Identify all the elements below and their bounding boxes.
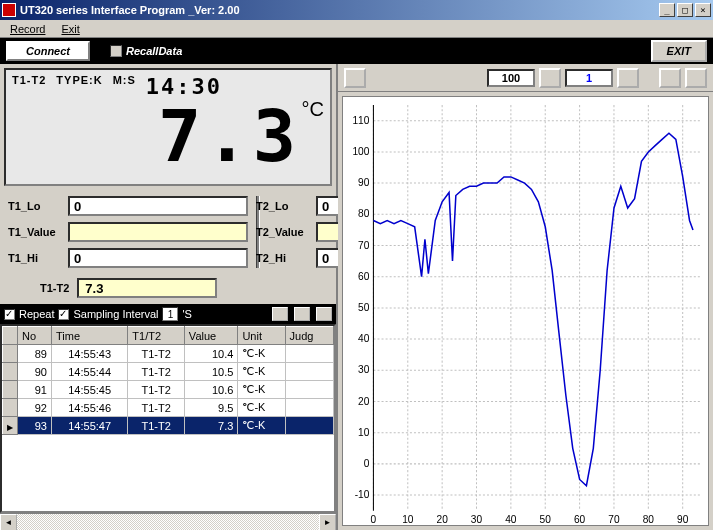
column-header[interactable]: Time bbox=[51, 327, 127, 345]
chart-save-icon[interactable] bbox=[685, 68, 707, 88]
diff-value-input[interactable] bbox=[77, 278, 217, 298]
table-row[interactable]: 8914:55:43T1-T210.4℃-K bbox=[3, 345, 334, 363]
connect-button[interactable]: Connect bbox=[6, 41, 90, 61]
svg-text:100: 100 bbox=[352, 146, 369, 157]
table-row[interactable]: 9214:55:46T1-T29.5℃-K bbox=[3, 399, 334, 417]
scroll-left-icon[interactable]: ◄ bbox=[0, 514, 17, 530]
app-icon bbox=[2, 3, 16, 17]
data-table-container: NoTimeT1/T2ValueUnitJudg 8914:55:43T1-T2… bbox=[0, 324, 336, 513]
scroll-right-icon[interactable]: ► bbox=[319, 514, 336, 530]
t1-lo-input[interactable] bbox=[68, 196, 248, 216]
svg-text:70: 70 bbox=[608, 514, 620, 525]
data-table: NoTimeT1/T2ValueUnitJudg 8914:55:43T1-T2… bbox=[2, 326, 334, 435]
svg-text:40: 40 bbox=[358, 333, 370, 344]
lcd-unit: °C bbox=[302, 98, 324, 121]
svg-text:50: 50 bbox=[358, 302, 370, 313]
sampling-unit: 'S bbox=[182, 308, 191, 320]
svg-text:30: 30 bbox=[471, 514, 483, 525]
chart-tool-icon[interactable] bbox=[344, 68, 366, 88]
chart-btn-2[interactable] bbox=[617, 68, 639, 88]
lcd-type: TYPE:K bbox=[56, 74, 102, 99]
svg-text:-10: -10 bbox=[355, 489, 370, 500]
right-panel: 100 1 -100102030405060708090100110010203… bbox=[338, 64, 713, 530]
chart-area: -100102030405060708090100110010203040506… bbox=[342, 96, 709, 526]
svg-text:10: 10 bbox=[402, 514, 414, 525]
t1-hi-input[interactable] bbox=[68, 248, 248, 268]
svg-text:110: 110 bbox=[352, 115, 369, 126]
menu-record[interactable]: Record bbox=[10, 23, 45, 35]
chart-toolbar: 100 1 bbox=[338, 64, 713, 92]
svg-text:80: 80 bbox=[358, 208, 370, 219]
t1-value-label: T1_Value bbox=[8, 226, 64, 238]
exit-button[interactable]: EXIT bbox=[651, 40, 707, 62]
svg-text:20: 20 bbox=[437, 514, 449, 525]
chart-btn-1[interactable] bbox=[539, 68, 561, 88]
lcd-display: T1-T2 TYPE:K M:S 14:30 7.3 °C bbox=[4, 68, 332, 186]
svg-text:0: 0 bbox=[364, 458, 370, 469]
svg-text:30: 30 bbox=[358, 364, 370, 375]
recall-data-toggle[interactable]: RecallData bbox=[110, 45, 182, 57]
t2-hi-label: T2_Hi bbox=[256, 252, 312, 264]
tool-icon-1[interactable] bbox=[272, 307, 288, 321]
lcd-value: 7.3 bbox=[158, 100, 300, 172]
maximize-button[interactable]: □ bbox=[677, 3, 693, 17]
print-icon[interactable] bbox=[316, 307, 332, 321]
left-panel: T1-T2 TYPE:K M:S 14:30 7.3 °C T1_Lo T1_V… bbox=[0, 64, 338, 530]
repeat-checkbox[interactable] bbox=[4, 309, 15, 320]
menu-exit[interactable]: Exit bbox=[61, 23, 79, 35]
column-header[interactable]: Unit bbox=[238, 327, 285, 345]
svg-text:90: 90 bbox=[677, 514, 689, 525]
svg-text:10: 10 bbox=[358, 427, 370, 438]
sampling-bar: Repeat Sampling Interval 'S bbox=[0, 304, 336, 324]
sampling-checkbox[interactable] bbox=[58, 309, 69, 320]
sampling-label: Sampling Interval bbox=[73, 308, 158, 320]
recall-checkbox-icon bbox=[110, 45, 122, 57]
main-toolbar: Connect RecallData EXIT bbox=[0, 38, 713, 64]
t1-hi-label: T1_Hi bbox=[8, 252, 64, 264]
window-title: UT320 series Interface Program _Ver: 2.0… bbox=[20, 4, 657, 16]
lcd-ms-label: M:S bbox=[113, 74, 136, 99]
table-row[interactable]: 9014:55:44T1-T210.5℃-K bbox=[3, 363, 334, 381]
svg-text:60: 60 bbox=[574, 514, 586, 525]
t1-lo-label: T1_Lo bbox=[8, 200, 64, 212]
title-bar: UT320 series Interface Program _Ver: 2.0… bbox=[0, 0, 713, 20]
svg-text:0: 0 bbox=[371, 514, 377, 525]
menu-bar: Record Exit bbox=[0, 20, 713, 38]
column-header[interactable]: T1/T2 bbox=[128, 327, 185, 345]
t2-lo-label: T2_Lo bbox=[256, 200, 312, 212]
recall-label: RecallData bbox=[126, 45, 182, 57]
svg-text:50: 50 bbox=[540, 514, 552, 525]
column-header[interactable]: Judg bbox=[285, 327, 333, 345]
svg-text:90: 90 bbox=[358, 177, 370, 188]
sampling-interval-input[interactable] bbox=[162, 307, 178, 321]
t1-value-input[interactable] bbox=[68, 222, 248, 242]
svg-text:80: 80 bbox=[643, 514, 655, 525]
minimize-button[interactable]: _ bbox=[659, 3, 675, 17]
svg-text:40: 40 bbox=[505, 514, 517, 525]
column-header[interactable]: No bbox=[18, 327, 52, 345]
repeat-label: Repeat bbox=[19, 308, 54, 320]
chart-page-1[interactable]: 1 bbox=[565, 69, 613, 87]
chart-scale-100[interactable]: 100 bbox=[487, 69, 535, 87]
t2-value-label: T2_Value bbox=[256, 226, 312, 238]
table-row[interactable]: 9114:55:45T1-T210.6℃-K bbox=[3, 381, 334, 399]
line-chart: -100102030405060708090100110010203040506… bbox=[343, 97, 708, 530]
chart-copy-icon[interactable] bbox=[659, 68, 681, 88]
scroll-track[interactable] bbox=[17, 514, 319, 530]
column-header[interactable]: Value bbox=[184, 327, 238, 345]
tool-icon-2[interactable] bbox=[294, 307, 310, 321]
threshold-inputs: T1_Lo T1_Value T1_Hi T2_Lo T2_Value T2_H… bbox=[0, 190, 336, 274]
diff-label: T1-T2 bbox=[40, 282, 69, 294]
horizontal-scrollbar[interactable]: ◄ ► bbox=[0, 513, 336, 530]
svg-text:70: 70 bbox=[358, 240, 370, 251]
table-row[interactable]: 9314:55:47T1-T27.3℃-K bbox=[3, 417, 334, 435]
close-button[interactable]: × bbox=[695, 3, 711, 17]
lcd-channel: T1-T2 bbox=[12, 74, 46, 99]
svg-text:20: 20 bbox=[358, 396, 370, 407]
svg-text:60: 60 bbox=[358, 271, 370, 282]
